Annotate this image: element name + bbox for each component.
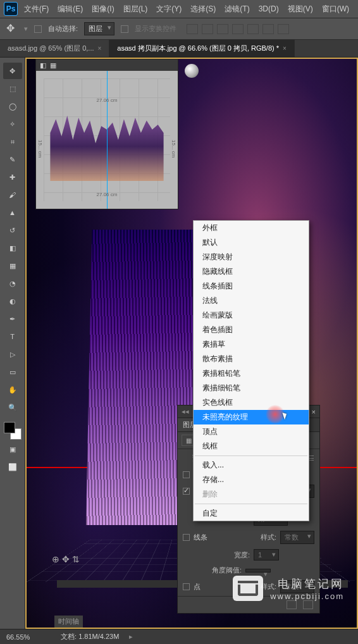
auto-select-checkbox[interactable]	[34, 25, 42, 33]
cm-item-scattersket[interactable]: 散布素描	[194, 352, 309, 366]
crop-tool-icon[interactable]: ⌗	[3, 133, 22, 150]
panel-header[interactable]: ◧ ▦	[36, 59, 178, 71]
align-vmid-icon[interactable]	[202, 24, 213, 34]
3d-light-widget-icon[interactable]	[185, 64, 199, 78]
history-brush-tool-icon[interactable]: ↺	[3, 222, 22, 238]
menu-select[interactable]: 选择(S)	[188, 3, 218, 16]
lines-checkbox[interactable]	[183, 534, 190, 541]
navigator-thumbnail[interactable]: 27.06 cm 27.06 cm 15... cm 15... cm	[36, 71, 178, 209]
menu-view[interactable]: 视图(V)	[285, 3, 316, 16]
cm-item-depthmap[interactable]: 深度映射	[194, 250, 309, 264]
cm-item-save[interactable]: 存储...	[194, 473, 309, 487]
cm-item-paintmask[interactable]: 绘画蒙版	[194, 308, 309, 323]
blur-tool-icon[interactable]: ◔	[3, 275, 22, 292]
dimension-label: 27.06 cm	[97, 192, 118, 197]
cm-item-lineillus[interactable]: 线条插图	[194, 279, 309, 294]
style-label: 样式:	[251, 533, 276, 542]
menu-file[interactable]: 文件(F)	[22, 3, 51, 16]
align-bottom-icon[interactable]	[217, 24, 228, 34]
axis-icons[interactable]: ⊕ ✥ ⇅	[52, 554, 80, 564]
surface-checkbox[interactable]	[183, 488, 190, 495]
show-transform-label: 显示变换控件	[135, 24, 176, 34]
context-menu: 外框 默认 深度映射 隐藏线框 线条插图 法线 绘画蒙版 着色插图 素描草 散布…	[193, 220, 309, 521]
zoom-tool-icon[interactable]: 🔍	[3, 399, 22, 416]
lines-style-dropdown: 常数	[280, 531, 314, 544]
menu-edit[interactable]: 编辑(E)	[55, 3, 85, 16]
gradient-tool-icon[interactable]: ▦	[3, 257, 22, 274]
menu-type[interactable]: 文字(Y)	[154, 3, 184, 16]
foreground-background-colors[interactable]	[4, 422, 22, 440]
menu-layer[interactable]: 图层(L)	[121, 3, 151, 16]
cm-item-load[interactable]: 载入...	[194, 458, 309, 473]
cm-item-unlit-texture[interactable]: 未照亮的纹理	[194, 410, 309, 424]
type-tool-icon[interactable]: T	[3, 328, 22, 345]
marquee-tool-icon[interactable]: ⬚	[3, 80, 22, 97]
menu-filter[interactable]: 滤镜(T)	[222, 3, 252, 16]
timeline-tab[interactable]: 时间轴	[54, 616, 83, 628]
shape-tool-icon[interactable]: ▭	[3, 364, 22, 380]
brush-tool-icon[interactable]: 🖌	[3, 187, 22, 203]
close-icon[interactable]: ×	[98, 45, 102, 52]
tab-label: asasd 拷贝副本.jpg @ 66.6% (图层 0 拷贝, RGB/8) …	[117, 44, 279, 53]
magic-wand-tool-icon[interactable]: ✧	[3, 116, 22, 132]
document-tab[interactable]: asasd.jpg @ 65% (图层 0,... ×	[0, 40, 109, 57]
menu-3d[interactable]: 3D(D)	[256, 3, 281, 15]
move-tool-icon	[6, 23, 18, 35]
quickmask-icon[interactable]: ▣	[3, 441, 22, 457]
stamp-tool-icon[interactable]: ▲	[3, 204, 22, 221]
cm-item-hidewire[interactable]: 隐藏线框	[194, 264, 309, 279]
show-transform-checkbox[interactable]	[121, 25, 128, 33]
align-right-icon[interactable]	[262, 24, 274, 34]
lasso-tool-icon[interactable]: ◯	[3, 98, 22, 115]
navigator-panel[interactable]: ◧ ▦ 27.06 cm 27.06 cm 15... cm 15... cm	[35, 59, 178, 209]
eraser-tool-icon[interactable]: ◧	[3, 240, 22, 256]
cm-item-vertex[interactable]: 顶点	[194, 424, 309, 439]
path-tool-icon[interactable]: ▷	[3, 346, 22, 362]
cm-item-solidwire[interactable]: 实色线框	[194, 395, 309, 410]
trash-icon[interactable]	[303, 600, 313, 609]
align-left-icon[interactable]	[232, 24, 244, 34]
tools-panel: ✥ ⬚ ◯ ✧ ⌗ ✎ ✚ 🖌 ▲ ↺ ◧ ▦ ◔ ◐ ✒ T ▷ ▭ ✋ 🔍 …	[0, 58, 25, 629]
cm-item-sketchthin[interactable]: 素描细铅笔	[194, 381, 309, 395]
menu-window[interactable]: 窗口(W)	[319, 3, 352, 16]
document-tab-active[interactable]: asasd 拷贝副本.jpg @ 66.6% (图层 0 拷贝, RGB/8) …	[109, 40, 295, 57]
cm-item-sketchthick[interactable]: 素描粗铅笔	[194, 366, 309, 381]
cm-item-wireframe[interactable]: 线框	[194, 439, 309, 454]
move-tool-icon[interactable]: ✥	[3, 63, 22, 79]
cursor-icon	[283, 412, 291, 422]
align-buttons	[187, 24, 289, 34]
status-menu-icon[interactable]: ▸	[129, 633, 133, 641]
screenmode-icon[interactable]: ⬜	[3, 459, 22, 475]
watermark-logo-icon	[233, 576, 263, 601]
cm-item-default[interactable]: 默认	[194, 235, 309, 250]
menu-separator	[195, 455, 307, 456]
cross-section-checkbox[interactable]	[183, 471, 190, 478]
dimension-label: 15... cm	[171, 140, 176, 158]
menu-image[interactable]: 图像(I)	[89, 3, 116, 16]
cm-item-custom[interactable]: 自定	[194, 506, 309, 521]
tab-label: asasd.jpg @ 65% (图层 0,...	[8, 44, 94, 53]
panel-tab-icon[interactable]: ◧	[40, 61, 46, 70]
healing-tool-icon[interactable]: ✚	[3, 169, 22, 185]
auto-select-target-dropdown[interactable]: 图层	[84, 22, 114, 35]
cm-item-shadeillus[interactable]: 着色插图	[194, 323, 309, 337]
cm-item-normals[interactable]: 法线	[194, 294, 309, 308]
cm-item-sketchgrass[interactable]: 素描草	[194, 337, 309, 352]
render-icon[interactable]	[287, 600, 297, 609]
close-icon[interactable]: ×	[283, 45, 287, 52]
collapse-icon[interactable]: ◂◂	[182, 407, 189, 416]
dodge-tool-icon[interactable]: ◐	[3, 293, 22, 309]
pen-tool-icon[interactable]: ✒	[3, 311, 22, 327]
zoom-level[interactable]: 66.55%	[6, 633, 51, 641]
foreground-color[interactable]	[4, 422, 15, 433]
close-icon[interactable]: ×	[312, 408, 316, 416]
eyedropper-tool-icon[interactable]: ✎	[3, 151, 22, 168]
3d-axis-widget[interactable]: ⊕ ✥ ⇅	[49, 554, 82, 564]
panel-tab-icon[interactable]: ▦	[50, 61, 56, 70]
hand-tool-icon[interactable]: ✋	[3, 381, 22, 398]
points-checkbox[interactable]	[183, 583, 190, 590]
distribute-icon[interactable]	[278, 24, 289, 34]
align-hmid-icon[interactable]	[247, 24, 259, 34]
align-top-icon[interactable]	[187, 24, 198, 34]
cm-item-outline[interactable]: 外框	[194, 221, 309, 235]
